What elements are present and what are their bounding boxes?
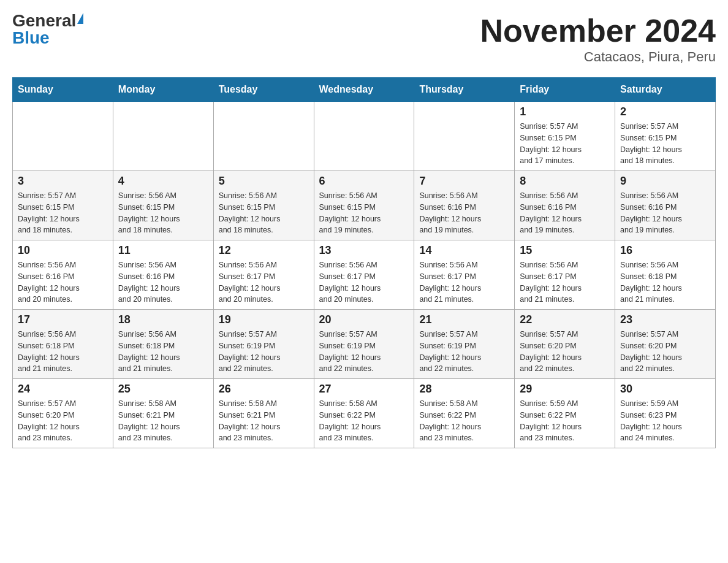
day-info: Sunrise: 5:59 AM Sunset: 6:22 PM Dayligh… [520,398,610,444]
table-row: 23Sunrise: 5:57 AM Sunset: 6:20 PM Dayli… [615,310,716,379]
table-row [113,102,213,171]
table-row: 27Sunrise: 5:58 AM Sunset: 6:22 PM Dayli… [314,379,414,448]
logo: General Blue [12,12,83,47]
table-row: 22Sunrise: 5:57 AM Sunset: 6:20 PM Dayli… [515,310,615,379]
day-number: 2 [620,105,710,118]
day-info: Sunrise: 5:56 AM Sunset: 6:17 PM Dayligh… [520,259,610,305]
table-row: 28Sunrise: 5:58 AM Sunset: 6:22 PM Dayli… [414,379,515,448]
day-number: 10 [18,244,108,257]
day-number: 24 [18,383,108,396]
table-row: 29Sunrise: 5:59 AM Sunset: 6:22 PM Dayli… [515,379,615,448]
table-row: 12Sunrise: 5:56 AM Sunset: 6:17 PM Dayli… [213,240,314,310]
day-number: 17 [18,313,108,326]
header-sunday: Sunday [13,78,113,102]
day-info: Sunrise: 5:56 AM Sunset: 6:15 PM Dayligh… [319,190,409,236]
day-info: Sunrise: 5:56 AM Sunset: 6:16 PM Dayligh… [18,259,108,305]
table-row [13,102,113,171]
logo-general-text: General [12,12,76,29]
table-row: 11Sunrise: 5:56 AM Sunset: 6:16 PM Dayli… [113,240,213,310]
table-row: 5Sunrise: 5:56 AM Sunset: 6:15 PM Daylig… [213,171,314,240]
calendar-table: Sunday Monday Tuesday Wednesday Thursday… [12,77,716,448]
day-number: 6 [319,175,409,188]
table-row: 18Sunrise: 5:56 AM Sunset: 6:18 PM Dayli… [113,310,213,379]
day-info: Sunrise: 5:56 AM Sunset: 6:15 PM Dayligh… [219,190,309,236]
day-number: 14 [419,244,509,257]
day-info: Sunrise: 5:56 AM Sunset: 6:16 PM Dayligh… [118,259,208,305]
calendar-title: November 2024 [480,12,716,49]
day-info: Sunrise: 5:56 AM Sunset: 6:17 PM Dayligh… [319,259,409,305]
day-info: Sunrise: 5:57 AM Sunset: 6:15 PM Dayligh… [520,121,610,167]
day-number: 8 [520,175,610,188]
day-number: 18 [118,313,208,326]
day-info: Sunrise: 5:56 AM Sunset: 6:16 PM Dayligh… [419,190,509,236]
day-info: Sunrise: 5:58 AM Sunset: 6:22 PM Dayligh… [419,398,509,444]
calendar-week-row: 17Sunrise: 5:56 AM Sunset: 6:18 PM Dayli… [13,310,716,379]
day-info: Sunrise: 5:56 AM Sunset: 6:18 PM Dayligh… [118,329,208,375]
day-number: 9 [620,175,710,188]
header-monday: Monday [113,78,213,102]
table-row: 9Sunrise: 5:56 AM Sunset: 6:16 PM Daylig… [615,171,716,240]
day-info: Sunrise: 5:56 AM Sunset: 6:15 PM Dayligh… [118,190,208,236]
day-number: 25 [118,383,208,396]
day-number: 21 [419,313,509,326]
calendar-subtitle: Catacaos, Piura, Peru [480,49,716,65]
table-row: 15Sunrise: 5:56 AM Sunset: 6:17 PM Dayli… [515,240,615,310]
table-row: 6Sunrise: 5:56 AM Sunset: 6:15 PM Daylig… [314,171,414,240]
title-block: November 2024 Catacaos, Piura, Peru [480,12,716,65]
day-number: 7 [419,175,509,188]
table-row [414,102,515,171]
calendar-week-row: 10Sunrise: 5:56 AM Sunset: 6:16 PM Dayli… [13,240,716,310]
day-info: Sunrise: 5:57 AM Sunset: 6:15 PM Dayligh… [18,190,108,236]
day-number: 5 [219,175,309,188]
day-info: Sunrise: 5:57 AM Sunset: 6:19 PM Dayligh… [319,329,409,375]
day-number: 22 [520,313,610,326]
table-row: 4Sunrise: 5:56 AM Sunset: 6:15 PM Daylig… [113,171,213,240]
page-header: General Blue November 2024 Catacaos, Piu… [12,12,716,65]
calendar-week-row: 3Sunrise: 5:57 AM Sunset: 6:15 PM Daylig… [13,171,716,240]
day-number: 26 [219,383,309,396]
day-number: 4 [118,175,208,188]
calendar-week-row: 24Sunrise: 5:57 AM Sunset: 6:20 PM Dayli… [13,379,716,448]
weekday-header-row: Sunday Monday Tuesday Wednesday Thursday… [13,78,716,102]
table-row: 30Sunrise: 5:59 AM Sunset: 6:23 PM Dayli… [615,379,716,448]
day-number: 12 [219,244,309,257]
header-friday: Friday [515,78,615,102]
day-number: 19 [219,313,309,326]
table-row: 8Sunrise: 5:56 AM Sunset: 6:16 PM Daylig… [515,171,615,240]
table-row: 17Sunrise: 5:56 AM Sunset: 6:18 PM Dayli… [13,310,113,379]
day-info: Sunrise: 5:58 AM Sunset: 6:21 PM Dayligh… [118,398,208,444]
table-row: 21Sunrise: 5:57 AM Sunset: 6:19 PM Dayli… [414,310,515,379]
day-info: Sunrise: 5:56 AM Sunset: 6:17 PM Dayligh… [419,259,509,305]
table-row: 13Sunrise: 5:56 AM Sunset: 6:17 PM Dayli… [314,240,414,310]
table-row: 24Sunrise: 5:57 AM Sunset: 6:20 PM Dayli… [13,379,113,448]
day-info: Sunrise: 5:57 AM Sunset: 6:15 PM Dayligh… [620,121,710,167]
day-number: 20 [319,313,409,326]
table-row: 26Sunrise: 5:58 AM Sunset: 6:21 PM Dayli… [213,379,314,448]
table-row: 1Sunrise: 5:57 AM Sunset: 6:15 PM Daylig… [515,102,615,171]
day-number: 1 [520,105,610,118]
day-number: 27 [319,383,409,396]
table-row: 10Sunrise: 5:56 AM Sunset: 6:16 PM Dayli… [13,240,113,310]
day-info: Sunrise: 5:57 AM Sunset: 6:20 PM Dayligh… [520,329,610,375]
logo-blue-text: Blue [12,29,50,47]
table-row: 20Sunrise: 5:57 AM Sunset: 6:19 PM Dayli… [314,310,414,379]
table-row: 19Sunrise: 5:57 AM Sunset: 6:19 PM Dayli… [213,310,314,379]
day-info: Sunrise: 5:56 AM Sunset: 6:18 PM Dayligh… [18,329,108,375]
day-info: Sunrise: 5:56 AM Sunset: 6:16 PM Dayligh… [520,190,610,236]
table-row: 3Sunrise: 5:57 AM Sunset: 6:15 PM Daylig… [13,171,113,240]
day-info: Sunrise: 5:58 AM Sunset: 6:22 PM Dayligh… [319,398,409,444]
table-row [213,102,314,171]
day-info: Sunrise: 5:57 AM Sunset: 6:20 PM Dayligh… [620,329,710,375]
day-info: Sunrise: 5:59 AM Sunset: 6:23 PM Dayligh… [620,398,710,444]
day-info: Sunrise: 5:57 AM Sunset: 6:19 PM Dayligh… [419,329,509,375]
table-row: 14Sunrise: 5:56 AM Sunset: 6:17 PM Dayli… [414,240,515,310]
table-row: 2Sunrise: 5:57 AM Sunset: 6:15 PM Daylig… [615,102,716,171]
day-number: 16 [620,244,710,257]
day-info: Sunrise: 5:56 AM Sunset: 6:17 PM Dayligh… [219,259,309,305]
table-row: 16Sunrise: 5:56 AM Sunset: 6:18 PM Dayli… [615,240,716,310]
day-number: 28 [419,383,509,396]
day-info: Sunrise: 5:58 AM Sunset: 6:21 PM Dayligh… [219,398,309,444]
header-wednesday: Wednesday [314,78,414,102]
day-number: 13 [319,244,409,257]
logo-triangle-icon [77,13,83,24]
